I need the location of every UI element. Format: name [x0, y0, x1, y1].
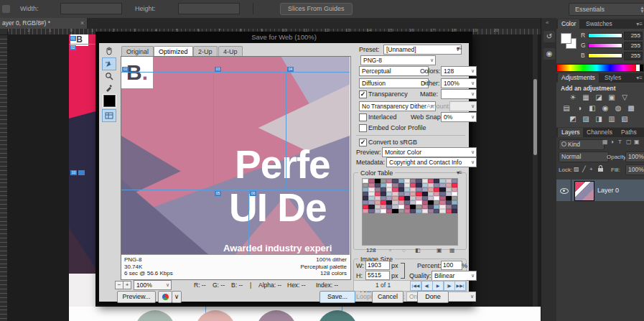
link-dimensions-icon[interactable]	[401, 263, 405, 279]
preview-in-browser-button[interactable]: Preview...	[117, 291, 156, 303]
black-white-adjustment-icon[interactable]: ◧	[587, 103, 597, 113]
zoom-in-button[interactable]: +	[123, 281, 131, 289]
color-swatch[interactable]	[363, 209, 368, 213]
dither-select[interactable]: 100%	[441, 78, 477, 88]
gradient-map-adjustment-icon[interactable]: ▥	[607, 114, 617, 124]
embed-color-profile-checkbox[interactable]	[359, 124, 367, 132]
layer-filter-kind-select[interactable]: Kind	[559, 139, 605, 150]
colors-select[interactable]: 128	[441, 66, 477, 76]
close-tab-icon[interactable]: ×	[80, 18, 84, 29]
color-swatch[interactable]	[434, 209, 439, 213]
info-panel-icon[interactable]: ◉	[543, 48, 555, 60]
channel-slider[interactable]	[588, 33, 622, 38]
fill-select[interactable]: 100%	[625, 164, 644, 175]
filter-pixel-layers-icon[interactable]: ▦	[602, 139, 608, 145]
filter-adjustment-layers-icon[interactable]: ◑	[610, 139, 614, 145]
expand-dock-icon[interactable]: «	[546, 19, 549, 26]
color-table-menu-icon[interactable]: ▾≡	[457, 169, 462, 176]
color-table[interactable]	[362, 178, 458, 246]
tab-layers[interactable]: Layers	[558, 128, 584, 137]
lock-color-icon[interactable]: ◧	[415, 247, 421, 253]
hand-tool-icon[interactable]	[103, 45, 116, 57]
tab-original[interactable]: Original	[121, 46, 154, 57]
foreground-color-swatch[interactable]	[561, 33, 571, 44]
lock-position-icon[interactable]: +	[589, 166, 593, 172]
layer-visibility-toggle[interactable]	[556, 180, 571, 201]
tab-optimized[interactable]: Optimized	[154, 46, 193, 57]
cancel-button[interactable]: Cancel	[372, 291, 403, 303]
filter-type-layers-icon[interactable]: T	[618, 139, 622, 145]
brightness-contrast-adjustment-icon[interactable]: ☀	[568, 93, 578, 102]
color-spectrum-ramp[interactable]	[556, 64, 644, 72]
color-swatch[interactable]	[392, 209, 398, 213]
delete-color-icon[interactable]: ▦	[449, 247, 455, 253]
interlaced-checkbox[interactable]	[359, 113, 367, 121]
tab-paths[interactable]: Paths	[617, 128, 640, 137]
posterize-adjustment-icon[interactable]: ▨	[581, 114, 591, 124]
color-swatch[interactable]	[428, 209, 434, 213]
width-value-input[interactable]: 1903	[365, 261, 390, 270]
tab-color[interactable]: Color	[558, 19, 579, 29]
tab-4up[interactable]: 4-Up	[218, 46, 243, 57]
color-swatch[interactable]	[422, 209, 428, 213]
color-swatch[interactable]	[439, 209, 445, 213]
levels-adjustment-icon[interactable]: ▦	[581, 93, 591, 102]
preset-menu-icon[interactable]: ▾≡	[457, 45, 462, 52]
color-swatch[interactable]	[410, 209, 416, 213]
websnap-select[interactable]: 0%	[441, 112, 477, 122]
eyedropper-color-swatch[interactable]	[103, 95, 116, 107]
transparency-map-icon[interactable]: ◌	[402, 247, 406, 253]
dither-method-select[interactable]: Diffusion	[359, 78, 429, 88]
slices-from-guides-button[interactable]: Slices From Guides	[280, 3, 353, 15]
opacity-select[interactable]: 100%	[625, 152, 644, 162]
exposure-adjustment-icon[interactable]: ▣	[607, 93, 617, 102]
done-button[interactable]: Done	[417, 291, 449, 303]
vibrance-adjustment-icon[interactable]: ▽	[620, 93, 630, 102]
layer-row[interactable]: Layer 0	[556, 180, 644, 201]
new-color-icon[interactable]: ▣	[437, 247, 442, 253]
layer-thumbnail[interactable]	[574, 181, 594, 201]
width-input[interactable]	[60, 3, 122, 14]
browser-select-arrow[interactable]: ∨	[172, 291, 182, 303]
color-swatch[interactable]	[368, 209, 374, 213]
color-swatch[interactable]	[398, 209, 404, 213]
height-input[interactable]	[178, 3, 240, 14]
zoom-tool-icon[interactable]	[103, 70, 116, 82]
tab-swatches[interactable]: Swatches	[582, 19, 616, 29]
history-panel-icon[interactable]: ↺	[543, 31, 555, 42]
filter-smart-objects-icon[interactable]: ▣	[634, 139, 640, 145]
color-balance-adjustment-icon[interactable]: ◑	[574, 103, 584, 113]
preview-select[interactable]: Monitor Color	[382, 147, 477, 157]
tab-adjustments[interactable]: Adjustments	[558, 73, 599, 83]
workspace-switcher[interactable]: Essentials ▲▼	[569, 3, 644, 16]
format-select[interactable]: PNG-8	[360, 55, 436, 65]
eyedropper-tool-icon[interactable]	[103, 82, 116, 93]
tab-2up[interactable]: 2-Up	[193, 46, 218, 57]
canvas-vertical-scrollbar[interactable]	[533, 34, 538, 307]
color-swatch[interactable]	[381, 209, 386, 213]
lock-image-pixels-icon[interactable]: ╱	[582, 166, 586, 172]
height-value-input[interactable]: 5515	[365, 271, 390, 280]
channel-value[interactable]: 255	[624, 42, 643, 50]
color-swatch[interactable]	[416, 209, 421, 213]
filter-shape-layers-icon[interactable]: ▢	[626, 139, 632, 145]
channel-value[interactable]: 255	[624, 52, 643, 60]
channel-mixer-adjustment-icon[interactable]: ◍	[613, 103, 623, 113]
threshold-adjustment-icon[interactable]: ◨	[594, 114, 604, 124]
color-swatch[interactable]	[446, 209, 452, 213]
transparency-dither-select[interactable]: No Transparency Dither	[359, 101, 436, 111]
save-button[interactable]: Save...	[319, 291, 355, 303]
slice-select-tool-icon[interactable]	[102, 57, 116, 70]
scrollbar-thumb[interactable]	[533, 79, 537, 155]
channel-slider[interactable]	[588, 53, 622, 58]
selective-color-adjustment-icon[interactable]: ▧	[620, 114, 630, 124]
channel-value[interactable]: 255	[624, 32, 643, 40]
curves-adjustment-icon[interactable]: ◪	[594, 93, 604, 102]
color-swatch[interactable]	[386, 209, 392, 213]
color-swatch[interactable]	[375, 209, 381, 213]
tab-styles[interactable]: Styles	[601, 73, 625, 83]
preset-select[interactable]: [Unnamed]	[383, 45, 462, 55]
color-panel-menu-icon[interactable]: ▾≡	[636, 21, 643, 27]
hue-saturation-adjustment-icon[interactable]: ▤	[561, 103, 571, 113]
blend-mode-select[interactable]: Normal	[559, 152, 609, 162]
